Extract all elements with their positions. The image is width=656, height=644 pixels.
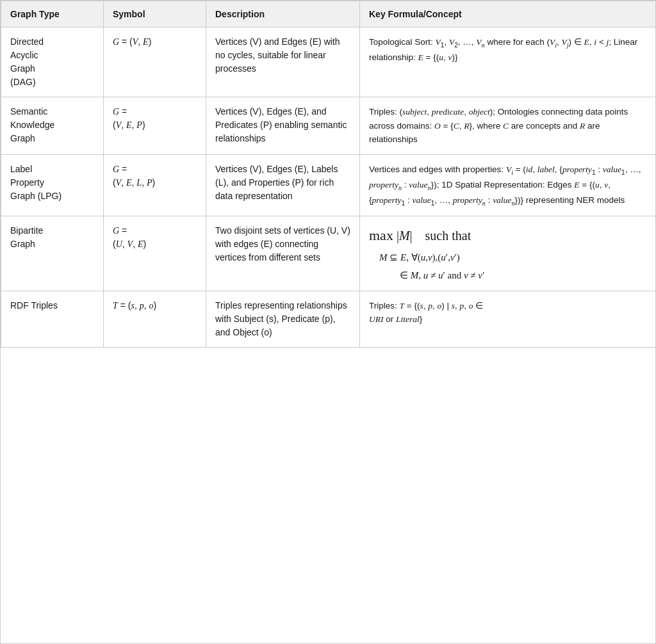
- desc-lpg: Vertices (V), Edges (E), Labels (L), and…: [206, 154, 360, 216]
- formula-bipartite: max |M| such that M ⊆ E, ∀(u,v),(u′,v′) …: [360, 216, 657, 291]
- table-row: BipartiteGraph G =(U, V, E) Two disjoint…: [1, 216, 657, 291]
- graph-types-table: Graph Type Symbol Description Key Formul…: [1, 1, 656, 348]
- type-rdf: RDF Triples: [1, 291, 104, 347]
- main-table-container: Graph Type Symbol Description Key Formul…: [0, 0, 656, 644]
- type-bipartite: BipartiteGraph: [1, 216, 104, 291]
- symbol-rdf: T = (s, p, o): [104, 291, 206, 347]
- header-symbol: Symbol: [104, 1, 206, 28]
- type-dag: DirectedAcyclicGraph(DAG): [1, 28, 104, 97]
- symbol-dag: G = (V, E): [104, 28, 206, 97]
- table-row: SemanticKnowledgeGraph G =(V, E, P) Vert…: [1, 97, 657, 155]
- table-row: RDF Triples T = (s, p, o) Triples repres…: [1, 291, 657, 347]
- table-header-row: Graph Type Symbol Description Key Formul…: [1, 1, 657, 28]
- table-row: DirectedAcyclicGraph(DAG) G = (V, E) Ver…: [1, 28, 657, 97]
- formula-rdf: Triples: T = {(s, p, o) | s, p, o ∈ URI …: [360, 291, 657, 347]
- symbol-skg: G =(V, E, P): [104, 97, 206, 155]
- header-key-formula: Key Formula/Concept: [360, 1, 657, 28]
- desc-skg: Vertices (V), Edges (E), and Predicates …: [206, 97, 360, 155]
- formula-skg: Triples: (subject, predicate, object); O…: [360, 97, 657, 155]
- formula-dag: Topological Sort: V1, V2, …, Vn where fo…: [360, 28, 657, 97]
- type-lpg: LabelPropertyGraph (LPG): [1, 154, 104, 216]
- formula-lpg: Vertices and edges with properties: Vi =…: [360, 154, 657, 216]
- desc-rdf: Triples representing relationships with …: [206, 291, 360, 347]
- symbol-bipartite: G =(U, V, E): [104, 216, 206, 291]
- desc-bipartite: Two disjoint sets of vertices (U, V) wit…: [206, 216, 360, 291]
- header-graph-type: Graph Type: [1, 1, 104, 28]
- type-skg: SemanticKnowledgeGraph: [1, 97, 104, 155]
- symbol-lpg: G =(V, E, L, P): [104, 154, 206, 216]
- header-description: Description: [206, 1, 360, 28]
- desc-dag: Vertices (V) and Edges (E) with no cycle…: [206, 28, 360, 97]
- table-row: LabelPropertyGraph (LPG) G =(V, E, L, P)…: [1, 154, 657, 216]
